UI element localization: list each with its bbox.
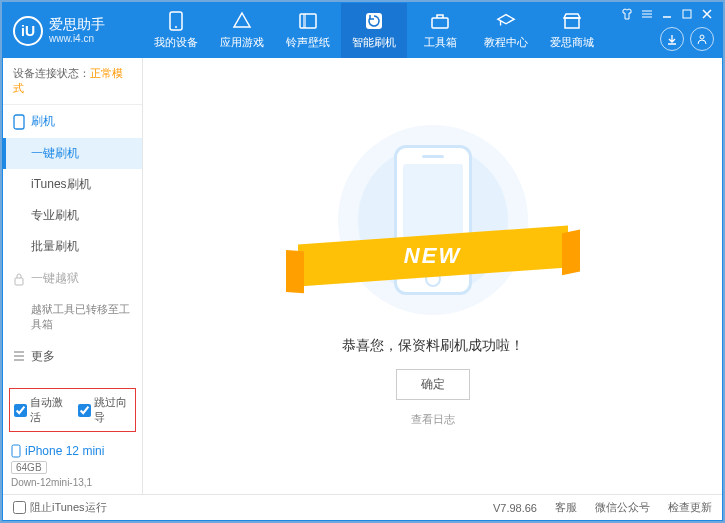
new-ribbon: NEW (298, 235, 568, 277)
svg-rect-5 (432, 18, 448, 28)
user-icon[interactable] (690, 27, 714, 51)
options-box: 自动激活 跳过向导 (9, 388, 136, 432)
wechat-link[interactable]: 微信公众号 (595, 500, 650, 515)
svg-rect-6 (565, 18, 579, 28)
checkbox-block-itunes[interactable]: 阻止iTunes运行 (13, 500, 107, 515)
toolbox-icon (430, 11, 450, 31)
minimize-icon[interactable] (660, 7, 674, 21)
nav-tutorial[interactable]: 教程中心 (473, 3, 539, 58)
skin-icon[interactable] (620, 7, 634, 21)
svg-rect-10 (15, 278, 23, 285)
brand-name: 爱思助手 (49, 16, 105, 33)
brand: iU 爱思助手 www.i4.cn (3, 3, 143, 58)
svg-point-8 (700, 35, 704, 39)
brand-logo-icon: iU (13, 16, 43, 46)
device-name-label: iPhone 12 mini (25, 444, 104, 458)
status-bar: 阻止iTunes运行 V7.98.66 客服 微信公众号 检查更新 (3, 494, 722, 520)
maximize-icon[interactable] (680, 7, 694, 21)
device-panel[interactable]: iPhone 12 mini 64GB Down-12mini-13,1 (3, 438, 142, 494)
graduation-icon (496, 11, 516, 31)
sidebar-group-flash[interactable]: 刷机 (3, 105, 142, 138)
connection-status: 设备连接状态：正常模式 (3, 58, 142, 105)
view-log-link[interactable]: 查看日志 (411, 412, 455, 427)
titlebar: iU 爱思助手 www.i4.cn 我的设备 应用游戏 铃声壁纸 智能刷机 (3, 3, 722, 58)
nav-apps-games[interactable]: 应用游戏 (209, 3, 275, 58)
svg-rect-11 (12, 445, 20, 457)
device-identifier: Down-12mini-13,1 (11, 477, 134, 488)
list-icon (13, 350, 25, 362)
nav-ringtone-wallpaper[interactable]: 铃声壁纸 (275, 3, 341, 58)
window-controls (612, 3, 722, 58)
sidebar-item-itunes-flash[interactable]: iTunes刷机 (3, 169, 142, 200)
top-nav: 我的设备 应用游戏 铃声壁纸 智能刷机 工具箱 教程中心 (143, 3, 612, 58)
app-window: iU 爱思助手 www.i4.cn 我的设备 应用游戏 铃声壁纸 智能刷机 (2, 2, 723, 521)
svg-rect-7 (683, 10, 691, 18)
store-icon (562, 11, 582, 31)
nav-store[interactable]: 爱思商城 (539, 3, 605, 58)
svg-rect-9 (14, 115, 24, 129)
sidebar-item-pro-flash[interactable]: 专业刷机 (3, 200, 142, 231)
sidebar-group-jailbreak: 一键越狱 (3, 262, 142, 295)
version-label: V7.98.66 (493, 502, 537, 514)
device-storage: 64GB (11, 461, 47, 474)
sidebar-jailbreak-note: 越狱工具已转移至工具箱 (3, 295, 142, 340)
svg-point-1 (175, 26, 177, 28)
checkbox-auto-activate[interactable]: 自动激活 (14, 395, 68, 425)
wallpaper-icon (298, 11, 318, 31)
ok-button[interactable]: 确定 (396, 369, 470, 400)
success-illustration: NEW (328, 125, 538, 315)
sidebar-group-more[interactable]: 更多 (3, 340, 142, 373)
phone-icon (166, 11, 186, 31)
nav-toolbox[interactable]: 工具箱 (407, 3, 473, 58)
svg-rect-2 (300, 14, 316, 28)
check-update-link[interactable]: 检查更新 (668, 500, 712, 515)
support-link[interactable]: 客服 (555, 500, 577, 515)
sidebar-item-other-tools[interactable]: 其他工具 (3, 373, 142, 382)
lock-icon (13, 272, 25, 286)
brand-url: www.i4.cn (49, 33, 105, 45)
download-icon[interactable] (660, 27, 684, 51)
close-icon[interactable] (700, 7, 714, 21)
svg-rect-3 (303, 14, 306, 28)
refresh-icon (364, 11, 384, 31)
main-content: NEW 恭喜您，保资料刷机成功啦！ 确定 查看日志 (143, 58, 722, 494)
sidebar-item-onekey-flash[interactable]: 一键刷机 (3, 138, 142, 169)
sidebar-item-batch-flash[interactable]: 批量刷机 (3, 231, 142, 262)
checkbox-skip-guide[interactable]: 跳过向导 (78, 395, 132, 425)
apps-icon (232, 11, 252, 31)
phone-small-icon (13, 114, 25, 130)
device-phone-icon (11, 444, 21, 458)
nav-my-device[interactable]: 我的设备 (143, 3, 209, 58)
menu-icon[interactable] (640, 7, 654, 21)
sidebar: 设备连接状态：正常模式 刷机 一键刷机 iTunes刷机 专业刷机 批量刷机 一… (3, 58, 143, 494)
success-message: 恭喜您，保资料刷机成功啦！ (342, 337, 524, 355)
nav-smart-flash[interactable]: 智能刷机 (341, 3, 407, 58)
